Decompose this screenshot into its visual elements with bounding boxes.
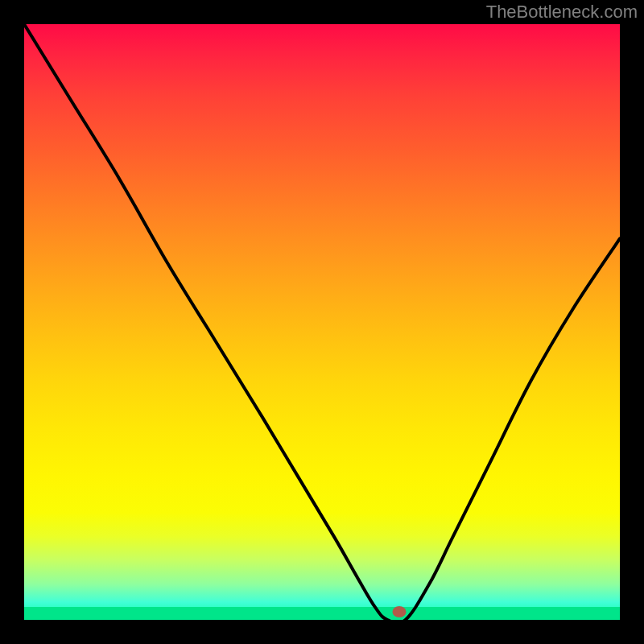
watermark-text: TheBottleneck.com bbox=[486, 2, 638, 23]
optimum-marker bbox=[393, 606, 407, 617]
bottleneck-curve-svg bbox=[24, 24, 620, 620]
chart-container: TheBottleneck.com bbox=[0, 0, 644, 644]
bottleneck-curve-path bbox=[24, 24, 620, 620]
plot-area bbox=[24, 24, 620, 620]
